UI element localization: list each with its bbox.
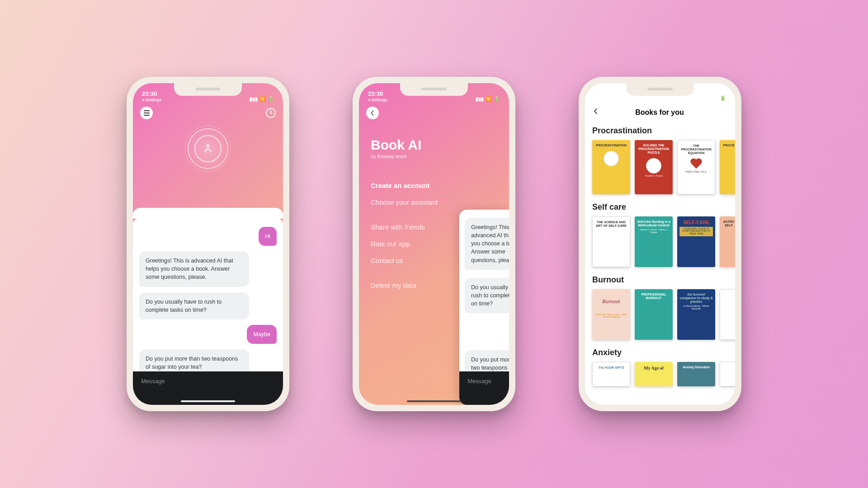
status-time: 23:30 <box>368 90 383 97</box>
book-title: the burnout companion to study & practic… <box>679 293 713 304</box>
history-icon[interactable] <box>266 108 276 118</box>
books-header: Books for you <box>585 103 735 123</box>
battery-icon: 🔋 <box>720 95 726 101</box>
status-time: 23:30 <box>142 90 157 97</box>
svg-point-0 <box>207 145 209 147</box>
message-input-placeholder: Message <box>141 378 165 385</box>
section-label-selfcare: Self care <box>592 202 728 212</box>
menu-button[interactable] <box>140 107 153 119</box>
phone-mockup-chat: 23:30 ◂ Settings ▮▮▮ 🛜 🔋 <box>127 77 289 411</box>
book-subtitle: Timothy A. Pychyl <box>645 175 663 178</box>
wifi-icon: 🛜 <box>259 96 266 102</box>
book-cover[interactable]: Anxiety Disorders <box>677 362 715 386</box>
book-title: Self-Care Nursing in a Multicultural Con… <box>637 220 670 227</box>
battery-icon: 🔋 <box>494 96 500 102</box>
book-cover[interactable]: My Age of <box>635 362 673 386</box>
book-title: ASTRO SELF <box>722 220 735 227</box>
book-cover[interactable]: THE SCIENCE AND ART OF SELF-CARE <box>592 216 630 267</box>
book-cover[interactable]: the burnout companion to study & practic… <box>677 289 715 340</box>
chat-message-user: Maybe <box>247 325 277 344</box>
book-title: The FOUR GIFTS <box>599 366 624 370</box>
section-label-procrastination: Procrastination <box>592 126 728 136</box>
status-bar: 🔋 <box>585 83 735 103</box>
book-title: THE SCIENCE AND ART OF SELF-CARE <box>595 221 627 228</box>
drawer-screen: 23:30 ◂ Settings ▮▮▮ 🛜 🔋 Book AI by Kneв… <box>359 83 509 405</box>
signal-icon: ▮▮▮ <box>476 96 484 102</box>
status-back-hint: ◂ Settings <box>142 98 161 102</box>
book-cover[interactable]: Burnout Solve Your Stress Cycle · Emily … <box>592 289 630 340</box>
book-cover[interactable]: Self-Care Nursing in a Multicultural Con… <box>635 216 673 267</box>
book-cover[interactable]: PROCRASTINATION <box>592 140 630 194</box>
book-cover-partial[interactable]: ASTRO SELF <box>720 216 735 267</box>
heart-icon <box>690 159 703 169</box>
chat-message-ai: Do you usually have to rush to complete … <box>139 292 249 319</box>
book-title: Burnout <box>603 299 620 305</box>
books-screen: 🔋 Books for you Procrastination PROCRAST… <box>585 83 735 405</box>
wifi-icon: 🛜 <box>486 96 492 102</box>
book-cover-partial[interactable] <box>720 289 735 340</box>
message-input-placeholder: Message <box>467 378 491 385</box>
message-input-bar-peek: Message <box>459 371 509 405</box>
phone-mockup-drawer: 23:30 ◂ Settings ▮▮▮ 🛜 🔋 Book AI by Kneв… <box>353 77 515 411</box>
book-title: SELF-CARE <box>683 220 709 225</box>
status-icons: ▮▮▮ 🛜 🔋 <box>250 96 274 102</box>
clock-icon <box>604 151 619 166</box>
home-indicator <box>407 400 461 402</box>
battery-icon: 🔋 <box>268 96 274 102</box>
chat-message-ai: Greetings! This is advanced AI that help… <box>139 251 249 286</box>
book-subtitle: PIERS STEEL, Ph.D. <box>685 171 707 174</box>
book-subtitle: a critical analysis · Wilmar Schaufeli <box>679 305 713 310</box>
phone-mockup-books: 🔋 Books for you Procrastination PROCRAST… <box>579 77 741 411</box>
arrow-left-icon <box>369 110 376 116</box>
chat-screen: 23:30 ◂ Settings ▮▮▮ 🛜 🔋 <box>133 83 283 405</box>
drawer-underlying-chat: Greetings! This is advanced AI that help… <box>459 210 509 405</box>
book-title: Anxiety Disorders <box>683 366 710 369</box>
clock-icon <box>646 158 661 174</box>
drawer-item-create-account[interactable]: Create an account <box>371 182 497 189</box>
book-title: PROCR <box>723 144 734 147</box>
drawer-title: Book AI <box>371 137 497 153</box>
section-label-burnout: Burnout <box>592 275 728 285</box>
assistant-avatar <box>183 124 233 174</box>
drawer-subtitle: by Kneвер team <box>371 154 497 159</box>
book-title: PROFESSIONAL BURNOUT <box>637 293 670 300</box>
chat-message-ai-peek: Greetings! This is advanced AI that help… <box>465 218 509 270</box>
book-subtitle: Solve Your Stress Cycle · Emily & Amelia… <box>594 314 628 319</box>
signal-icon: ▮▮▮ <box>250 96 258 102</box>
book-cover[interactable]: The FOUR GIFTS <box>592 362 630 386</box>
book-cover[interactable]: SELF-CARE YOUR FAMILY GUIDE TO SYMPTOMS … <box>677 216 715 267</box>
status-back-hint: ◂ Settings <box>368 98 387 102</box>
book-subtitle: Juliene G. Lipson · Nancy J. Steiger <box>637 229 670 234</box>
section-label-anxiety: Anxiety <box>592 348 728 357</box>
status-bar: 23:30 ◂ Settings ▮▮▮ 🛜 🔋 <box>133 83 283 103</box>
book-title: My Age of <box>644 366 664 371</box>
book-cover-partial[interactable]: PROCR <box>720 140 735 194</box>
book-row-burnout[interactable]: Burnout Solve Your Stress Cycle · Emily … <box>592 289 728 340</box>
meditation-icon <box>202 143 214 154</box>
book-cover[interactable]: PROFESSIONAL BURNOUT <box>635 289 673 340</box>
book-row-anxiety[interactable]: The FOUR GIFTS My Age of Anxiety Disorde… <box>592 362 728 386</box>
message-input-bar[interactable]: Message <box>133 371 283 405</box>
chat-header-gradient: 23:30 ◂ Settings ▮▮▮ 🛜 🔋 <box>133 83 283 223</box>
book-cover[interactable]: SOLVING THE PROCRASTINATION PUZZLE Timot… <box>635 140 673 194</box>
home-indicator <box>181 400 235 402</box>
back-button[interactable] <box>366 107 379 119</box>
book-subtitle: YOUR FAMILY GUIDE TO SYMPTOMS AND HOW TO… <box>679 227 713 236</box>
drawer-item-choose-assistant[interactable]: Choose your assistant <box>371 198 497 206</box>
chat-message-ai-peek: Do you usually have to rush to complete … <box>465 278 509 313</box>
book-title: PROCRASTINATION <box>596 144 627 147</box>
status-bar: 23:30 ◂ Settings ▮▮▮ 🛜 🔋 <box>359 83 509 103</box>
books-body[interactable]: Procrastination PROCRASTINATION SOLVING … <box>585 123 735 394</box>
book-cover-partial[interactable] <box>720 362 735 386</box>
book-title: THE PROCRASTINATION EQUATION <box>680 144 712 155</box>
book-title: SOLVING THE PROCRASTINATION PUZZLE <box>637 144 670 155</box>
book-row-procrastination[interactable]: PROCRASTINATION SOLVING THE PROCRASTINAT… <box>592 140 728 194</box>
status-icons: ▮▮▮ 🛜 🔋 <box>476 96 500 102</box>
book-cover[interactable]: THE PROCRASTINATION EQUATION PIERS STEEL… <box>677 140 715 194</box>
chat-message-user: Hi <box>259 227 277 246</box>
book-row-selfcare[interactable]: THE SCIENCE AND ART OF SELF-CARE Self-Ca… <box>592 216 728 267</box>
page-title: Books for you <box>591 108 728 117</box>
